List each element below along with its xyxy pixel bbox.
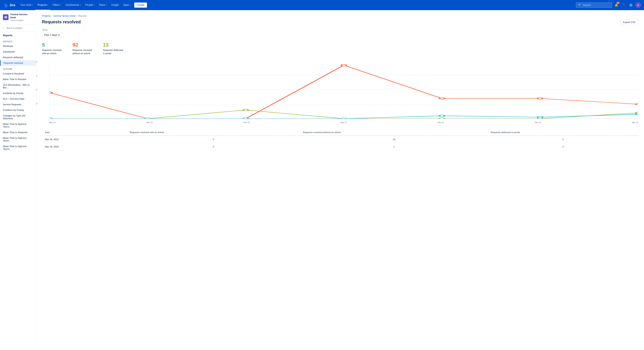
- svg-point-17: [440, 118, 445, 119]
- sidebar-custom-section: CUSTOM: [0, 66, 36, 71]
- project-icon: [3, 14, 8, 20]
- svg-point-24: [440, 115, 445, 117]
- chart-line-red: [50, 65, 638, 119]
- nav-right-actions: 🔍 🔔 9+ ❓ ⚙️ A: [576, 2, 641, 8]
- sidebar-item-mean-time-approve1[interactable]: Mean Time to Approve 'Norm...: [0, 121, 36, 130]
- jira-logo-icon: [3, 2, 8, 8]
- project-icon-svg: [4, 16, 8, 19]
- sidebar-item-sla-success[interactable]: SLA – Success Rate: [0, 96, 36, 102]
- breadcrumb-sep-2: /: [77, 14, 77, 17]
- sidebar-item-satisfaction[interactable]: Satisfaction: [0, 49, 36, 54]
- main-layout: Central Service Desk Service project ← B…: [0, 10, 644, 350]
- period-select[interactable]: Past 7 days ▾: [42, 32, 62, 38]
- col-resolved-without: Requests resolved without an article: [300, 129, 488, 136]
- svg-point-26: [636, 114, 638, 115]
- sidebar-item-sla-resolution[interactable]: SLA (Resolution) - Met vs Bre...: [0, 82, 36, 90]
- project-type: Service project: [10, 19, 33, 22]
- sidebar-item-requests-resolved[interactable]: Requests resolved: [0, 60, 36, 66]
- chevron-down-icon: ▾: [32, 4, 33, 6]
- logo[interactable]: Jira: [3, 2, 15, 8]
- project-name: Central Service Desk: [10, 13, 33, 19]
- nav-apps[interactable]: Apps ▾: [121, 0, 133, 10]
- main-content: Projects / Central Service Desk / Report…: [36, 10, 644, 350]
- nav-items: Your work ▾ Projects ▾ Filters ▾ Dashboa…: [18, 0, 574, 10]
- breadcrumb-projects[interactable]: Projects: [42, 14, 50, 17]
- nav-people[interactable]: People ▾: [83, 0, 97, 10]
- stat-number-resolved-with: 5: [42, 42, 64, 48]
- cell-col2-2: 1: [300, 143, 488, 150]
- svg-point-20: [50, 118, 52, 119]
- search-box[interactable]: 🔍: [576, 2, 612, 8]
- svg-point-12: [636, 104, 638, 105]
- sidebar-item-mean-time-approve3[interactable]: Mean Time to Approve 'Norm...: [0, 144, 36, 152]
- stat-number-deflected: 13: [103, 42, 125, 48]
- col-date: Date: [42, 129, 127, 136]
- nav-your-work[interactable]: Your work ▾: [18, 0, 35, 10]
- create-button[interactable]: Create: [134, 2, 147, 8]
- nav-dashboards[interactable]: Dashboards ▾: [63, 0, 83, 10]
- stat-number-resolved-without: 92: [72, 42, 94, 48]
- chevron-down-icon: ▾: [60, 4, 61, 6]
- sidebar-item-service-requests[interactable]: Service Requests: [0, 102, 36, 107]
- svg-point-15: [243, 109, 248, 111]
- sidebar-item-created-resolved[interactable]: Created & Resolved: [0, 71, 36, 76]
- sidebar-item-mean-time-approve2[interactable]: Mean Time to Approve 'Norm...: [0, 135, 36, 144]
- sidebar-item-workload[interactable]: Workload: [0, 43, 36, 49]
- sidebar-item-problems-priority[interactable]: Problems by Priority: [0, 107, 36, 113]
- cell-col3-1: 0: [488, 136, 638, 143]
- sidebar-item-mean-time-respond[interactable]: Mean Time to Respond: [0, 130, 36, 135]
- sidebar-project-header: Central Service Desk Service project: [0, 10, 36, 24]
- back-to-project[interactable]: ← Back to project: [0, 24, 36, 32]
- breadcrumb-reports: Reports: [78, 14, 86, 17]
- table-header-row: Date Requests resolved with an article R…: [42, 129, 638, 136]
- sidebar-item-mean-time-resolve[interactable]: Mean Time to Resolve: [0, 76, 36, 82]
- chevron-down-icon: ▾: [94, 4, 95, 6]
- stat-deflected: 13 Requests deflected in portal: [103, 42, 125, 55]
- page-header: Requests resolved Export CSV: [42, 20, 638, 25]
- col-deflected: Requests deflected in portal: [488, 129, 638, 136]
- sidebar-item-incidents-priority[interactable]: Incidents by Priority: [0, 90, 36, 96]
- breadcrumb-sep-1: /: [52, 14, 52, 17]
- sidebar-default-section: DEFAULT: [0, 38, 36, 43]
- svg-point-22: [243, 118, 248, 119]
- chevron-down-icon: ▾: [47, 4, 48, 6]
- settings-button[interactable]: ⚙️: [628, 2, 634, 8]
- breadcrumb-central-service-desk[interactable]: Central Service Desk: [54, 14, 76, 17]
- page-title: Requests resolved: [42, 20, 81, 24]
- chevron-down-icon: ▾: [58, 34, 60, 36]
- stat-label-deflected: Requests deflected in portal: [103, 48, 125, 55]
- export-csv-button[interactable]: Export CSV: [620, 20, 638, 25]
- chevron-down-icon: ▾: [80, 4, 81, 6]
- chart-area: [49, 61, 638, 119]
- top-navigation: Jira Your work ▾ Projects ▾ Filters ▾ Da…: [0, 0, 644, 10]
- nav-projects[interactable]: Projects ▾: [35, 0, 50, 10]
- stat-resolved-with-article: 5 Requests resolved with an article: [42, 42, 64, 55]
- sidebar-item-requests-deflected[interactable]: Requests deflected: [0, 54, 36, 60]
- cell-col1-2: 0: [127, 143, 300, 150]
- nav-plans[interactable]: Plans ▾: [97, 0, 109, 10]
- svg-point-23: [341, 118, 346, 119]
- search-input[interactable]: [583, 4, 608, 6]
- breadcrumb: Projects / Central Service Desk / Report…: [42, 14, 638, 17]
- svg-point-21: [145, 118, 150, 119]
- notifications-button[interactable]: 🔔 9+: [614, 2, 619, 8]
- stat-resolved-without-article: 92 Requests resolved without an article: [72, 42, 94, 55]
- cell-date-1: Mar 18, 2022: [42, 136, 127, 143]
- svg-point-11: [538, 98, 543, 99]
- svg-point-10: [440, 98, 445, 99]
- x-axis-labels: Mar 18 Mar 19 Mar 20 Mar 21 Mar 22 Mar 2…: [49, 120, 638, 124]
- chevron-down-icon: ▾: [130, 4, 131, 6]
- avatar[interactable]: A: [635, 2, 641, 8]
- chart-line-green: [50, 110, 638, 119]
- nav-filters[interactable]: Filters ▾: [50, 0, 63, 10]
- logo-text: Jira: [10, 3, 15, 7]
- svg-point-25: [538, 116, 543, 118]
- help-button[interactable]: ❓: [621, 2, 626, 8]
- sidebar-reports-title: Reports: [0, 32, 36, 38]
- stat-label-resolved-without: Requests resolved without an article: [72, 48, 94, 55]
- svg-point-0: [5, 17, 6, 18]
- sidebar-item-changes-type[interactable]: Changes by Type (All Statuses): [0, 113, 36, 121]
- nav-insight[interactable]: Insight: [109, 0, 121, 10]
- search-icon: 🔍: [578, 4, 581, 6]
- cell-col3-2: 0: [488, 143, 638, 150]
